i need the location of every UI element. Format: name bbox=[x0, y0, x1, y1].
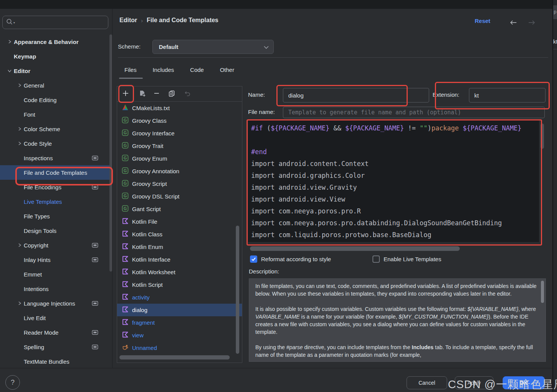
sidebar-item-general[interactable]: General bbox=[0, 78, 112, 93]
editor-horizontal-scrollbar[interactable] bbox=[250, 246, 460, 251]
description-text-run: ${VARIABLE_NAME} bbox=[467, 306, 518, 312]
description-paragraph: In file templates, you can use text, cod… bbox=[255, 282, 539, 298]
settings-search-input[interactable]: ▾ bbox=[2, 16, 108, 29]
code-token: ${PACKAGE_NAME} bbox=[463, 124, 522, 132]
reformat-checkbox[interactable] bbox=[250, 255, 257, 263]
screen-icon bbox=[92, 155, 98, 162]
minus-icon bbox=[153, 90, 160, 98]
code-token: import com.neeya.poros.pro.databinding.D… bbox=[251, 219, 502, 227]
template-item-groovy-enum[interactable]: GGroovy Enum bbox=[117, 152, 242, 165]
breadcrumb: Editor › File and Code Templates bbox=[119, 17, 219, 24]
back-arrow-icon[interactable] bbox=[509, 19, 518, 28]
sidebar-item-inspections[interactable]: Inspections bbox=[0, 151, 112, 165]
file-name-input[interactable] bbox=[283, 107, 545, 118]
template-item-view[interactable]: view bbox=[117, 329, 242, 342]
description-scrollbar[interactable] bbox=[541, 281, 544, 303]
scheme-dropdown[interactable]: Default bbox=[152, 40, 274, 54]
revert-template-button[interactable] bbox=[182, 89, 191, 99]
sidebar-item-color-scheme[interactable]: Color Scheme bbox=[0, 122, 112, 136]
sidebar-item-label: Inlay Hints bbox=[24, 257, 51, 263]
tab-includes[interactable]: Includes bbox=[153, 66, 174, 74]
kotlin-icon bbox=[122, 319, 129, 327]
sidebar-item-editor[interactable]: Editor bbox=[0, 63, 112, 78]
sidebar-item-keymap[interactable]: Keymap bbox=[0, 49, 112, 63]
add-template-button[interactable] bbox=[121, 89, 130, 99]
sidebar-item-label: Copyright bbox=[24, 242, 48, 249]
tab-files[interactable]: Files bbox=[124, 66, 137, 74]
template-item-kotlin-worksheet[interactable]: Kotlin Worksheet bbox=[117, 266, 242, 278]
code-line: import android.content.Context bbox=[251, 158, 539, 170]
enable-live-templates-checkbox[interactable] bbox=[372, 255, 380, 263]
template-list: CMakeLists.txtGGroovy ClassGGroovy Inter… bbox=[117, 102, 242, 354]
search-filter-caret-icon[interactable]: ▾ bbox=[13, 21, 15, 24]
sidebar-item-textmate-bundles[interactable]: TextMate Bundles bbox=[0, 354, 112, 368]
template-item-kotlin-class[interactable]: Kotlin Class bbox=[117, 228, 242, 241]
template-item-groovy-trait[interactable]: GGroovy Trait bbox=[117, 140, 242, 152]
template-item-kotlin-interface[interactable]: Kotlin Interface bbox=[117, 253, 242, 266]
sidebar-item-intentions[interactable]: Intentions bbox=[0, 281, 112, 296]
name-label: Name: bbox=[248, 91, 265, 98]
help-button[interactable]: ? bbox=[5, 375, 20, 390]
sidebar-item-spelling[interactable]: Spelling bbox=[0, 340, 112, 354]
sidebar-item-appearance-behavior[interactable]: Appearance & Behavior bbox=[0, 34, 112, 49]
template-item-cmakelists-txt[interactable]: CMakeLists.txt bbox=[117, 102, 242, 114]
sidebar-item-design-tools[interactable]: Design Tools bbox=[0, 223, 112, 238]
tab-other[interactable]: Other bbox=[220, 66, 234, 74]
template-item-groovy-class[interactable]: GGroovy Class bbox=[117, 114, 242, 127]
template-item-dialog[interactable]: dialog bbox=[117, 304, 242, 316]
chevron-right-icon[interactable] bbox=[15, 300, 24, 306]
cancel-button[interactable]: Cancel bbox=[407, 376, 447, 389]
chevron-right-icon[interactable] bbox=[15, 140, 24, 146]
description-box: In file templates, you can use text, cod… bbox=[249, 278, 546, 362]
template-item-fragment[interactable]: fragment bbox=[117, 316, 242, 329]
copy-template-button[interactable] bbox=[167, 89, 176, 99]
template-item-activity[interactable]: activity bbox=[117, 291, 242, 304]
sidebar-item-font[interactable]: Font bbox=[0, 107, 112, 122]
sidebar-item-code-editing[interactable]: Code Editing bbox=[0, 93, 112, 107]
sidebar-scrollbar[interactable] bbox=[109, 34, 112, 272]
chevron-right-icon[interactable] bbox=[15, 126, 24, 132]
editor-vertical-scrollbar[interactable] bbox=[541, 124, 544, 149]
remove-template-button[interactable] bbox=[152, 89, 161, 99]
extension-input[interactable] bbox=[469, 88, 546, 102]
reset-link[interactable]: Reset bbox=[475, 18, 490, 24]
background-window-sliver bbox=[552, 0, 557, 392]
code-line: import com.neeya.poros.pro.R bbox=[251, 205, 539, 217]
sidebar-item-file-encodings[interactable]: File Encodings bbox=[0, 180, 112, 194]
template-item-kotlin-script[interactable]: Kotlin Script bbox=[117, 278, 242, 291]
sidebar-item-inlay-hints[interactable]: Inlay Hints bbox=[0, 252, 112, 267]
forward-arrow-icon[interactable] bbox=[528, 19, 536, 28]
template-item-groovy-interface[interactable]: GGroovy Interface bbox=[117, 127, 242, 140]
code-line: import android.view.Gravity bbox=[251, 182, 539, 194]
template-list-vertical-scrollbar[interactable] bbox=[236, 226, 239, 354]
sidebar-item-live-edit[interactable]: Live Edit bbox=[0, 311, 112, 325]
chevron-down-icon[interactable] bbox=[5, 68, 14, 74]
page-title: File and Code Templates bbox=[147, 17, 218, 24]
tab-code[interactable]: Code bbox=[190, 66, 204, 74]
template-item-groovy-script[interactable]: GGroovy Script bbox=[117, 177, 242, 190]
chevron-right-icon[interactable] bbox=[15, 82, 24, 88]
template-list-horizontal-scrollbar[interactable] bbox=[119, 355, 230, 359]
breadcrumb-section[interactable]: Editor bbox=[119, 17, 137, 24]
template-code-editor[interactable]: #if (${PACKAGE_NAME} && ${PACKAGE_NAME} … bbox=[248, 120, 539, 242]
sidebar-item-code-style[interactable]: Code Style bbox=[0, 136, 112, 151]
sidebar-item-file-types[interactable]: File Types bbox=[0, 209, 112, 223]
template-item-kotlin-file[interactable]: Kotlin File bbox=[117, 215, 242, 228]
template-item-groovy-annotation[interactable]: GGroovy Annotation bbox=[117, 165, 242, 177]
template-item-label: fragment bbox=[132, 319, 155, 326]
sidebar-item-file-and-code-templates[interactable]: File and Code Templates bbox=[0, 165, 112, 180]
name-input[interactable] bbox=[283, 88, 429, 102]
sidebar-item-reader-mode[interactable]: Reader Mode bbox=[0, 325, 112, 340]
create-template-from-file-button[interactable] bbox=[137, 89, 147, 99]
chevron-right-icon[interactable] bbox=[5, 39, 14, 45]
template-item-unnamed[interactable]: Unnamed bbox=[117, 342, 242, 354]
template-item-kotlin-enum[interactable]: Kotlin Enum bbox=[117, 241, 242, 253]
sidebar-item-copyright[interactable]: Copyright bbox=[0, 238, 112, 252]
sidebar-item-live-templates[interactable]: Live Templates bbox=[0, 194, 112, 209]
sidebar-item-language-injections[interactable]: Language Injections bbox=[0, 296, 112, 311]
template-item-gant-script[interactable]: GGant Script bbox=[117, 203, 242, 215]
chevron-right-icon[interactable] bbox=[15, 242, 24, 248]
screen-icon bbox=[92, 344, 98, 351]
template-item-groovy-dsl-script[interactable]: GGroovy DSL Script bbox=[117, 190, 242, 203]
sidebar-item-emmet[interactable]: Emmet bbox=[0, 267, 112, 281]
